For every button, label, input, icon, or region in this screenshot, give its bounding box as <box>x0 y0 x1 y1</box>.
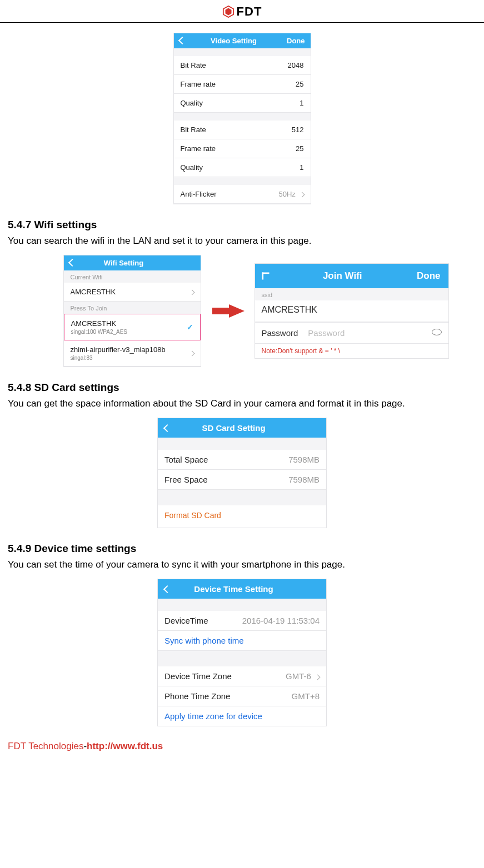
sd-card-titlebar: SD Card Setting <box>158 418 326 438</box>
back-icon[interactable] <box>179 37 185 45</box>
chevron-right-icon <box>190 349 194 357</box>
apply-time-zone-button[interactable]: Apply time zone for device <box>158 706 326 726</box>
device-time-row: DeviceTime 2016-04-19 11:53:04 <box>158 611 326 631</box>
join-wifi-titlebar: Join Wifi Done <box>255 264 448 288</box>
frame-rate-label: Frame rate <box>181 144 216 153</box>
bit-rate-row-2[interactable]: Bit Rate 512 <box>174 121 311 139</box>
phone-time-zone-value: GMT+8 <box>292 691 320 701</box>
footer-company: FDT Technologies <box>8 741 83 751</box>
join-wifi-title: Join Wifi <box>268 270 417 282</box>
ssid-label: ssid <box>255 288 448 300</box>
device-time-zone-label: Device Time Zone <box>164 671 232 681</box>
join-wifi-screenshot: Join Wifi Done ssid AMCRESTHK Password P… <box>255 263 449 359</box>
video-setting-title: Video Setting <box>185 37 283 45</box>
free-space-label: Free Space <box>164 475 208 484</box>
sd-card-title: SD Card Setting <box>170 423 297 433</box>
wifi-list-title: Wifi Setting <box>75 259 173 267</box>
eye-icon[interactable] <box>432 329 442 337</box>
ssid-value[interactable]: AMCRESTHK <box>262 304 317 316</box>
section-547-heading: 5.4.7 Wifi settings <box>8 219 476 231</box>
footer: FDT Technologies-http://www.fdt.us <box>8 741 476 752</box>
current-wifi-label: Current Wifi <box>64 270 201 283</box>
video-setting-screenshot: Video Setting Done Bit Rate 2048 Frame r… <box>173 33 311 204</box>
total-space-row: Total Space 7598MB <box>158 450 326 470</box>
wifi-list-titlebar: Wifi Setting <box>64 255 201 270</box>
device-time-value: 2016-04-19 11:53:04 <box>242 616 320 625</box>
frame-rate-label: Frame rate <box>181 80 216 88</box>
anti-flicker-row[interactable]: Anti-Flicker 50Hz <box>174 185 311 204</box>
bit-rate-row-1[interactable]: Bit Rate 2048 <box>174 56 311 75</box>
back-icon[interactable] <box>69 259 75 267</box>
wifi-option-ssid: AMCRESTHK singal:100 WPA2_AES <box>71 319 128 335</box>
phone-time-zone-row: Phone Time Zone GMT+8 <box>158 686 326 706</box>
password-label: Password <box>262 328 298 338</box>
free-space-row: Free Space 7598MB <box>158 470 326 490</box>
checkmark-icon: ✓ <box>187 323 193 332</box>
total-space-label: Total Space <box>164 455 208 464</box>
back-icon[interactable] <box>164 423 170 433</box>
wifi-option-selected[interactable]: AMCRESTHK singal:100 WPA2_AES ✓ <box>64 314 201 340</box>
brand-text: FDT <box>237 4 262 19</box>
footer-url[interactable]: http://www.fdt.us <box>87 741 163 751</box>
chevron-right-icon <box>190 288 194 296</box>
device-time-zone-value: GMT-6 <box>286 671 320 681</box>
section-548-text: You can get the space information about … <box>8 396 476 412</box>
section-548-heading: 5.4.8 SD Card settings <box>8 382 476 394</box>
current-wifi-row[interactable]: AMCRESTHK <box>64 283 201 302</box>
chevron-right-icon <box>300 190 304 198</box>
frame-rate-row-2[interactable]: Frame rate 25 <box>174 139 311 158</box>
press-to-join-label: Press To Join <box>64 302 201 314</box>
chevron-right-icon <box>316 671 320 681</box>
section-549-heading: 5.4.9 Device time settings <box>8 543 476 555</box>
device-time-zone-row[interactable]: Device Time Zone GMT-6 <box>158 666 326 686</box>
video-setting-titlebar: Video Setting Done <box>174 33 311 48</box>
phone-time-zone-label: Phone Time Zone <box>164 691 230 701</box>
bit-rate-value: 512 <box>292 126 304 134</box>
svg-marker-1 <box>225 8 231 16</box>
anti-flicker-label: Anti-Flicker <box>181 190 217 198</box>
bit-rate-label: Bit Rate <box>181 61 206 69</box>
quality-label: Quality <box>181 163 203 172</box>
sync-phone-time-button[interactable]: Sync with phone time <box>158 631 326 651</box>
section-547-text: You can search the wifi in the LAN and s… <box>8 233 476 249</box>
quality-value: 1 <box>300 99 303 107</box>
bit-rate-value: 2048 <box>288 61 304 69</box>
device-time-screenshot: Device Time Setting DeviceTime 2016-04-1… <box>157 579 327 726</box>
logo-icon <box>222 6 234 18</box>
current-wifi-ssid: AMCRESTHK <box>71 288 116 296</box>
device-time-label: DeviceTime <box>164 616 208 625</box>
password-note: Note:Don't support & = ' * \ <box>255 344 448 358</box>
done-button[interactable]: Done <box>283 37 305 45</box>
device-time-titlebar: Device Time Setting <box>158 579 326 599</box>
frame-rate-value: 25 <box>296 144 303 153</box>
password-row[interactable]: Password Password <box>255 322 448 344</box>
section-549-text: You can set the time of your camera to s… <box>8 557 476 573</box>
wifi-list-screenshot: Wifi Setting Current Wifi AMCRESTHK Pres… <box>63 255 201 367</box>
arrow-right-icon <box>211 303 245 319</box>
page-header: FDT <box>0 0 484 23</box>
quality-value: 1 <box>300 163 303 172</box>
frame-rate-value: 25 <box>296 80 303 88</box>
device-time-title: Device Time Setting <box>170 584 297 594</box>
done-button[interactable]: Done <box>417 270 441 282</box>
total-space-value: 7598MB <box>288 455 320 464</box>
back-icon[interactable] <box>164 584 170 594</box>
brand-logo: FDT <box>222 4 262 19</box>
quality-label: Quality <box>181 99 203 107</box>
quality-row-2[interactable]: Quality 1 <box>174 158 311 177</box>
wifi-option-ssid: zhimi-airpurifier-v3_miap108b singal:83 <box>71 345 166 361</box>
wifi-option-other[interactable]: zhimi-airpurifier-v3_miap108b singal:83 <box>64 340 201 367</box>
frame-rate-row-1[interactable]: Frame rate 25 <box>174 75 311 94</box>
bit-rate-label: Bit Rate <box>181 126 206 134</box>
sd-card-screenshot: SD Card Setting Total Space 7598MB Free … <box>157 418 327 528</box>
ssid-field-row: AMCRESTHK <box>255 300 448 322</box>
anti-flicker-value: 50Hz <box>279 190 304 198</box>
format-sd-button[interactable]: Format SD Card <box>158 505 326 528</box>
free-space-value: 7598MB <box>288 475 320 484</box>
password-input[interactable]: Password <box>308 328 431 338</box>
quality-row-1[interactable]: Quality 1 <box>174 94 311 113</box>
